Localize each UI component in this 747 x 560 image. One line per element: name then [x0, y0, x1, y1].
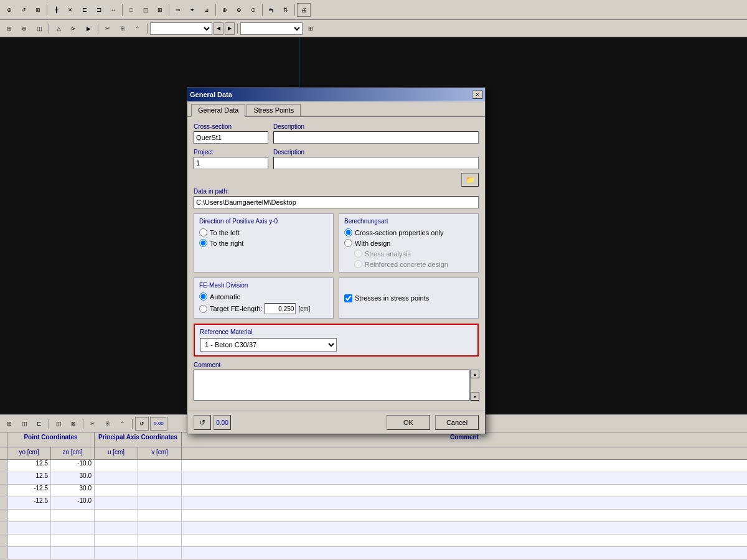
toolbar2-btn1[interactable]: ⊞	[2, 22, 16, 35]
cell-yo[interactable]	[7, 547, 51, 559]
bottom-btn-5[interactable]: ⊠	[67, 417, 80, 431]
cell-comment[interactable]	[182, 547, 747, 559]
tab-general-data[interactable]: General Data	[191, 104, 245, 117]
ref-material-select[interactable]: 1 - Beton C30/37	[200, 338, 337, 352]
cell-u[interactable]	[95, 534, 138, 546]
toolbar2-btn6[interactable]: ▶	[82, 22, 95, 35]
toolbar-btn-zoom1[interactable]: ⊕	[218, 3, 232, 17]
toolbar2-btn5[interactable]: ⊳	[67, 22, 80, 35]
bottom-btn-3[interactable]: ⊏	[32, 417, 46, 431]
toolbar-btn-10[interactable]: ◫	[139, 3, 153, 17]
radio-cross-section-only[interactable]: Cross-section properties only	[344, 228, 473, 236]
cell-v[interactable]	[138, 460, 182, 472]
cell-zo[interactable]: 30.0	[51, 485, 95, 497]
cross-section-input[interactable]	[194, 131, 268, 144]
cell-v[interactable]	[138, 510, 182, 521]
cell-zo[interactable]: -10.0	[51, 497, 95, 509]
cell-yo[interactable]: 12.5	[7, 472, 51, 484]
cell-u[interactable]	[95, 460, 138, 472]
cell-comment[interactable]	[182, 485, 747, 497]
fe-target-value-input[interactable]	[265, 303, 296, 314]
cell-comment[interactable]	[182, 522, 747, 534]
toolbar-btn-8[interactable]: ↔	[106, 3, 120, 17]
toolbar2-dropdown2[interactable]	[240, 22, 303, 35]
cell-v[interactable]	[138, 497, 182, 509]
bottom-btn-10[interactable]: 0.00	[150, 417, 167, 431]
radio-direction-left[interactable]: To the left	[199, 228, 328, 236]
description-input-1[interactable]	[273, 131, 479, 144]
radio-direction-right[interactable]: To the right	[199, 239, 328, 247]
cell-v[interactable]	[138, 534, 182, 546]
bottom-btn-9[interactable]: ↺	[135, 417, 149, 431]
toolbar-btn-3[interactable]: ⊞	[31, 3, 45, 17]
bottom-btn-4[interactable]: ◫	[52, 417, 65, 431]
scroll-down-btn[interactable]: ▼	[471, 392, 479, 401]
bottom-btn-1[interactable]: ⊞	[2, 417, 16, 431]
dialog[interactable]: General Data × General Data Stress Point…	[187, 87, 486, 434]
cell-zo[interactable]	[51, 522, 95, 534]
cell-u[interactable]	[95, 510, 138, 521]
cell-v[interactable]	[138, 485, 182, 497]
toolbar2-btn9[interactable]: ⌃	[131, 22, 144, 35]
toolbar2-btn4[interactable]: △	[52, 22, 65, 35]
description-input-2[interactable]	[273, 157, 479, 169]
cell-zo[interactable]	[51, 547, 95, 559]
cell-comment[interactable]	[182, 510, 747, 521]
toolbar2-btn8[interactable]: ⎘	[116, 22, 129, 35]
toolbar-btn-9[interactable]: □	[125, 3, 138, 17]
toolbar-btn-15[interactable]: ⇆	[265, 3, 278, 17]
cell-zo[interactable]	[51, 534, 95, 546]
cell-u[interactable]	[95, 485, 138, 497]
cell-comment[interactable]	[182, 534, 747, 546]
stresses-checkbox-item[interactable]: Stresses in stress points	[344, 294, 429, 302]
cancel-button[interactable]: Cancel	[435, 415, 479, 430]
toolbar-btn-7[interactable]: ⊐	[92, 3, 106, 17]
cell-yo[interactable]	[7, 510, 51, 521]
toolbar-btn-4[interactable]: ╂	[49, 3, 63, 17]
toolbar-btn-11[interactable]: ⊞	[153, 3, 167, 17]
project-input[interactable]	[194, 157, 268, 169]
toolbar-btn-5[interactable]: ✕	[63, 3, 77, 17]
cell-v[interactable]	[138, 547, 182, 559]
stresses-checkbox[interactable]	[344, 294, 352, 302]
toolbar-btn-zoom2[interactable]: ⊖	[232, 3, 246, 17]
toolbar-btn-2[interactable]: ↺	[17, 3, 31, 17]
toolbar-btn-13[interactable]: ✦	[186, 3, 199, 17]
radio-target-fe[interactable]: Target FE-length: [cm]	[199, 303, 328, 314]
tab-stress-points[interactable]: Stress Points	[247, 104, 301, 116]
cell-u[interactable]	[95, 497, 138, 509]
cell-zo[interactable]	[51, 510, 95, 521]
cell-yo[interactable]: 12.5	[7, 460, 51, 472]
dialog-close-button[interactable]: ×	[472, 90, 482, 99]
cell-comment[interactable]	[182, 472, 747, 484]
toolbar-btn-16[interactable]: ⇅	[279, 3, 293, 17]
toolbar2-dropdown1[interactable]	[150, 22, 212, 35]
cell-v[interactable]	[138, 472, 182, 484]
cell-zo[interactable]: 30.0	[51, 472, 95, 484]
data-path-input[interactable]	[194, 196, 479, 208]
toolbar-btn-6[interactable]: ⊏	[78, 3, 92, 17]
toolbar-btn-12[interactable]: ⇒	[171, 3, 185, 17]
footer-icon-btn-1[interactable]: ↺	[194, 415, 211, 430]
scroll-up-btn[interactable]: ▲	[471, 370, 479, 378]
cell-yo[interactable]: -12.5	[7, 485, 51, 497]
toolbar-btn-print[interactable]: 🖨	[297, 3, 311, 17]
bottom-btn-6[interactable]: ✂	[86, 417, 100, 431]
footer-icon-btn-2[interactable]: 0.00	[214, 415, 231, 430]
cell-u[interactable]	[95, 472, 138, 484]
cell-u[interactable]	[95, 522, 138, 534]
toolbar-btn-14[interactable]: ⊿	[200, 3, 214, 17]
toolbar2-btn3[interactable]: ◫	[32, 22, 46, 35]
bottom-btn-2[interactable]: ◫	[17, 417, 31, 431]
toolbar2-btn2[interactable]: ⊕	[17, 22, 31, 35]
ok-button[interactable]: OK	[387, 415, 430, 430]
comment-textarea[interactable]	[194, 370, 470, 401]
cell-comment[interactable]	[182, 497, 747, 509]
toolbar2-grid[interactable]: ⊞	[304, 22, 317, 35]
toolbar-btn-zoom3[interactable]: ⊙	[247, 3, 260, 17]
cell-yo[interactable]	[7, 522, 51, 534]
folder-browse-button[interactable]: 📁	[461, 173, 479, 187]
toolbar-btn-1[interactable]: ⊕	[2, 3, 16, 17]
radio-automatic[interactable]: Automatic	[199, 292, 328, 301]
cell-zo[interactable]: -10.0	[51, 460, 95, 472]
